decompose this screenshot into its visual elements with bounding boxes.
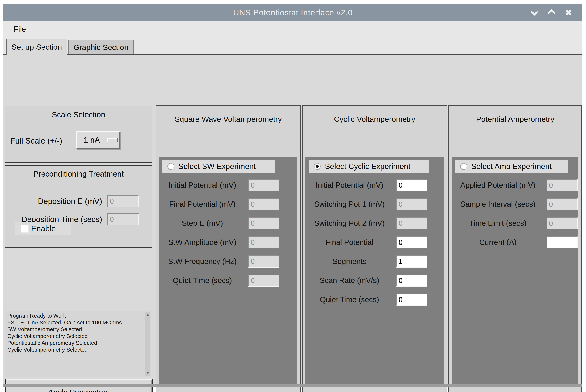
log-line: FS = +- 1 nA Selected. Gain set to 100 M… [7,319,143,326]
log-line: Cyclic Voltamperometry Selected [7,333,143,340]
cyclic-radio-label: Select Cyclic Experiment [325,162,410,171]
sw-quiet-time-label: Quiet Time (secs) [159,276,246,285]
setup-section-content: Scale Selection Full Scale (+/-) 1 nA Pr… [3,54,583,384]
sw-radio-label: Select SW Experiment [178,162,256,171]
full-scale-value: 1 nA [84,136,100,145]
sw-quiet-time-input: 0 [248,274,279,287]
amp-time-limit-input: 0 [547,217,578,230]
cv-segments-input[interactable]: 1 [396,256,427,268]
preconditioning-box: Preconditioning Treatment Deposition E (… [5,165,152,248]
log-line: Potentiostatic Amperometry Selected [7,340,143,346]
sw-final-potential-input: 0 [248,198,279,210]
cv-final-potential-label: Final Potential [305,238,394,246]
deposition-e-row: Deposition E (mV) 0 [5,195,151,207]
radio-button-icon [460,163,467,170]
select-cyclic-experiment-radio[interactable]: Select Cyclic Experiment [309,160,429,173]
cv-initial-potential-input[interactable]: 0 [396,179,427,191]
tab-graphic-section[interactable]: Graphic Section [68,40,134,54]
square-wave-panel: Square Wave Voltamperometry Select SW Ex… [155,105,301,392]
cv-segments-label: Segments [305,257,394,266]
field-row: Sample Interval (secs) 0 [452,195,579,214]
amp-radio-label: Select Amp Experiment [471,162,552,171]
scale-selection-title: Scale Selection [5,106,151,119]
cyclic-panel: Cyclic Voltamperometry Select Cyclic Exp… [302,105,447,392]
select-sw-experiment-radio[interactable]: Select SW Experiment [162,160,275,173]
square-wave-title: Square Wave Voltamperometry [156,115,300,124]
sw-frequency-input: 0 [248,256,279,268]
log-scrollbar[interactable] [145,312,150,376]
sw-amplitude-input: 0 [248,236,279,248]
sw-field-rows: Initial Potential (mV) 0 Final Potential… [159,176,297,290]
field-row: Switching Pot 1 (mV) 0 [305,195,444,214]
deposition-e-label: Deposition E (mV) [5,197,107,206]
status-log-lines: Program Ready to Work FS = +- 1 nA Selec… [7,312,143,376]
log-line: SW Voltamperometry Selected [7,326,143,333]
cyclic-title: Cyclic Voltamperometry [303,115,447,124]
cyclic-form: Select Cyclic Experiment Initial Potenti… [305,157,444,386]
chevron-up-icon [548,9,556,17]
dropdown-indicator-icon [107,138,118,142]
scale-selection-box: Scale Selection Full Scale (+/-) 1 nA [5,106,152,162]
titlebar: UNS Potentiostat Interface v2.0 [3,4,583,21]
radio-button-icon [167,163,174,170]
log-line: Program Ready to Work [7,312,143,319]
window-bottom-edge [3,384,583,388]
amp-field-rows: Applied Potential (mV) 0 Sample Interval… [452,176,579,252]
scroll-down-arrow-icon [146,372,149,374]
amperometry-title: Potential Amperometry [449,115,582,124]
field-row: Quiet Time (secs) 0 [159,271,297,290]
amp-applied-potential-input: 0 [547,179,578,191]
minimize-button[interactable] [530,8,539,16]
field-row: Quiet Time (secs) 0 [305,290,444,309]
cv-final-potential-input[interactable]: 0 [396,236,427,248]
field-row: Applied Potential (mV) 0 [452,176,579,195]
full-scale-dropdown[interactable]: 1 nA [76,132,120,149]
cv-scan-rate-label: Scan Rate (mV/s) [305,276,394,285]
sw-final-potential-label: Final Potential (mV) [159,200,246,208]
checkbox-icon [21,225,29,233]
maximize-button[interactable] [547,8,556,16]
field-row: Segments 1 [305,252,444,271]
amp-sample-interval-input: 0 [547,198,578,210]
cv-quiet-time-input[interactable]: 0 [396,294,427,306]
enable-checkbox-row[interactable]: Enable [14,222,71,235]
amperometry-panel: Potential Amperometry Select Amp Experim… [448,105,582,392]
amp-time-limit-label: Time Limit (secs) [452,219,544,228]
cv-switching-pot-2-label: Switching Pot 2 (mV) [305,219,394,228]
amp-sample-interval-label: Sample Interval (secs) [452,200,544,208]
app-window: UNS Potentiostat Interface v2.0 File Set… [3,4,583,388]
tab-setup-section[interactable]: Set up Section [6,38,67,55]
field-row: Time Limit (secs) 0 [452,214,579,233]
status-log[interactable]: Program Ready to Work FS = +- 1 nA Selec… [5,310,151,377]
amp-applied-potential-label: Applied Potential (mV) [452,181,544,190]
field-row: Final Potential 0 [305,233,444,252]
menubar: File [3,21,583,38]
field-row: Final Potential (mV) 0 [159,195,297,214]
chevron-down-icon [531,8,539,16]
cv-scan-rate-input[interactable]: 0 [396,274,427,287]
cv-switching-pot-2-input: 0 [396,217,427,230]
field-row: Switching Pot 2 (mV) 0 [305,214,444,233]
amp-current-input[interactable] [547,236,578,248]
full-scale-label: Full Scale (+/-) [10,136,62,146]
sw-frequency-label: S.W Frequency (Hz) [159,257,246,266]
field-row: Step E (mV) 0 [159,214,297,233]
sw-step-e-label: Step E (mV) [159,219,246,228]
sw-initial-potential-input: 0 [248,179,279,191]
square-wave-form: Select SW Experiment Initial Potential (… [159,157,297,386]
field-row: S.W Frequency (Hz) 0 [159,252,297,271]
cv-switching-pot-1-label: Switching Pot 1 (mV) [305,200,394,208]
select-amp-experiment-radio[interactable]: Select Amp Experiment [455,160,568,173]
menu-file[interactable]: File [11,24,29,35]
window-title: UNS Potentiostat Interface v2.0 [233,8,353,17]
enable-checkbox-label: Enable [31,224,56,233]
cv-initial-potential-label: Initial Potential (mV) [305,181,394,190]
field-row: Initial Potential (mV) 0 [305,176,444,195]
cv-quiet-time-label: Quiet Time (secs) [305,295,394,304]
tab-row: Set up Section Graphic Section [3,38,583,54]
deposition-e-input: 0 [107,195,139,207]
log-line: Cyclic Voltamperometry Selected [7,346,143,353]
close-button[interactable] [564,8,573,16]
window-controls [530,4,573,21]
sw-initial-potential-label: Initial Potential (mV) [159,181,246,190]
